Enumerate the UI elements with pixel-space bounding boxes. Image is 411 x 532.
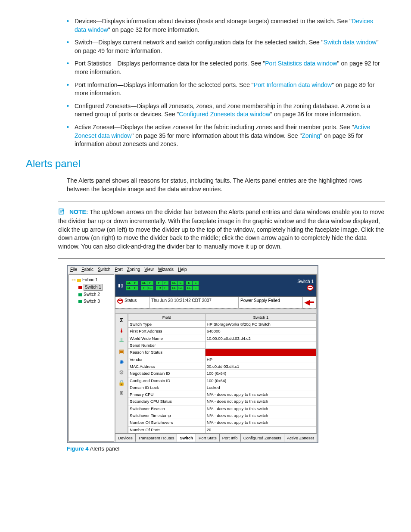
tab[interactable]: Port Stats: [196, 434, 220, 442]
tab[interactable]: Port Info: [219, 434, 241, 442]
chip-icon[interactable]: ▣: [119, 348, 124, 355]
cell-field: Switchover Timestamp: [128, 412, 206, 419]
tree-item[interactable]: Switch 3: [70, 298, 113, 305]
divider-line: [58, 258, 385, 259]
globe-icon[interactable]: ✺: [119, 358, 124, 366]
table-row: Switchover TimestampN/A - does not apply…: [128, 412, 317, 419]
note-text: The up/down arrows on the divider bar be…: [58, 208, 384, 250]
table-header-field[interactable]: Field: [128, 314, 206, 320]
cell-value: 10:00:00:c0:dd:03:d4:c2: [205, 335, 316, 342]
bullet-item: Port Statistics—Displays performance dat…: [67, 59, 385, 76]
tab-bar[interactable]: DevicesTransparent RoutesSwitchPort Stat…: [115, 433, 317, 442]
intro-bullet-list: Devices—Displays information about devic…: [26, 17, 385, 149]
menu-item[interactable]: Zoning: [127, 267, 140, 273]
menubar[interactable]: FileFabricSwitchPortZoningViewWizardsHel…: [68, 266, 318, 274]
cell-field: First Port Address: [128, 328, 206, 335]
cross-reference-link[interactable]: Devices data window: [75, 18, 373, 33]
cell-value: 100 (0x64): [205, 370, 316, 377]
cell-value: 640000: [205, 328, 316, 335]
tree-item[interactable]: Switch 2: [70, 291, 113, 298]
network-icon[interactable]: ╨: [119, 337, 123, 345]
menu-item[interactable]: Help: [178, 267, 187, 273]
cross-reference-link[interactable]: Active Zoneset data window: [75, 124, 371, 139]
data-table: Field Switch 1 Switch TypeHP StorageWork…: [128, 314, 317, 433]
menu-item[interactable]: Wizards: [158, 267, 174, 273]
figure-number: Figure 4: [67, 445, 89, 452]
cell-field: Switchover Reason: [128, 405, 206, 412]
tree-item[interactable]: Switch 1: [70, 283, 113, 291]
bullet-item: Port Information—Displays information fo…: [67, 81, 385, 98]
cross-reference-link[interactable]: Zoning: [302, 132, 321, 139]
switch-swatch: [78, 286, 82, 289]
cell-field: World Wide Name: [128, 335, 206, 342]
cross-reference-link[interactable]: Port Information data window: [254, 81, 332, 88]
cell-field: Switch Type: [128, 321, 206, 328]
cell-value: [205, 342, 316, 349]
cell-field: Number Of Switchovers: [128, 419, 206, 426]
table-row: Configured Domain ID100 (0x64): [128, 377, 317, 384]
cell-value: HP: [205, 356, 316, 363]
note-icon: [58, 208, 66, 218]
section-heading: Alerts panel: [26, 156, 385, 171]
bullet-item: Devices—Displays information about devic…: [67, 17, 385, 34]
tab[interactable]: Devices: [115, 434, 136, 442]
faceplate[interactable]: ▮▯ Switch 1: [115, 274, 317, 297]
tower-icon[interactable]: ♜: [119, 389, 124, 397]
cell-value: Locked: [205, 384, 316, 391]
tab[interactable]: Transparent Routes: [135, 434, 177, 442]
cell-field: Negotiated Domain ID: [128, 370, 206, 377]
cell-field: Configured Domain ID: [128, 377, 206, 384]
note-label: NOTE:: [69, 208, 88, 215]
switch-swatch: [78, 293, 82, 296]
fabric-swatch: [77, 279, 81, 282]
figure-caption: Figure 4 Alerts panel: [67, 445, 385, 453]
section-intro: The Alerts panel shows all reasons for s…: [67, 177, 385, 193]
cell-field: Secondary CPU Status: [128, 398, 206, 405]
cross-reference-link[interactable]: Switch data window: [324, 39, 377, 46]
cell-value: 100 (0x64): [205, 377, 316, 384]
bullet-item: Configured Zonesets—Displays all zoneset…: [67, 102, 385, 119]
table-header-value[interactable]: Switch 1: [205, 314, 316, 320]
cross-reference-link[interactable]: Port Statistics data window: [265, 60, 337, 67]
tab[interactable]: Switch: [177, 434, 196, 442]
table-row: Domain ID LockLocked: [128, 384, 317, 391]
status-icon: [117, 299, 123, 304]
menu-item[interactable]: Switch: [98, 267, 110, 273]
menu-item[interactable]: File: [70, 267, 77, 273]
cell-value: N/A - does not apply to this switch: [205, 412, 316, 419]
bullet-item: Active Zoneset—Displays the active zones…: [67, 123, 385, 149]
table-row: Negotiated Domain ID100 (0x64): [128, 370, 317, 377]
cell-field: MAC Address: [128, 363, 206, 370]
fabric-tree[interactable]: ⊶ Fabric 1 Switch 1Switch 2Switch 3: [68, 274, 114, 442]
menu-item[interactable]: Port: [115, 267, 122, 273]
cross-reference-link[interactable]: Configured Zonesets data window: [179, 111, 270, 118]
menu-item[interactable]: Fabric: [81, 267, 93, 273]
thermometer-icon[interactable]: 🌡: [119, 327, 125, 335]
menu-item[interactable]: View: [144, 267, 154, 273]
gear-icon[interactable]: ⚙: [119, 369, 124, 376]
callout-arrow-icon: ◀━: [303, 297, 316, 308]
cell-value: N/A - does not apply to this switch: [205, 419, 316, 426]
table-row: Reason for StatusPower Supply Failed: [128, 349, 317, 356]
cell-field: Serial Number: [128, 342, 206, 349]
table-row: Number Of Ports20: [128, 426, 317, 433]
tree-root[interactable]: ⊶ Fabric 1: [70, 277, 113, 283]
status-message: Power Supply Failed: [239, 297, 303, 308]
tab[interactable]: Configured Zonesets: [240, 434, 284, 442]
cell-field: Reason for Status: [128, 349, 206, 356]
divider-bar[interactable]: [115, 308, 317, 314]
tree-item-label: Switch 1: [84, 284, 103, 291]
cell-field: Vendor: [128, 356, 206, 363]
table-row: World Wide Name10:00:00:c0:dd:03:d4:c2: [128, 335, 317, 342]
status-time: Thu Jun 28 10:21:42 CDT 2007: [149, 297, 239, 308]
app-window: FileFabricSwitchPortZoningViewWizardsHel…: [67, 265, 318, 443]
cell-field: Primary CPU: [128, 391, 206, 398]
cell-value: 20: [205, 426, 316, 433]
table-row: First Port Address640000: [128, 328, 317, 335]
table-row: Switch TypeHP StorageWorks 8/20q FC Swit…: [128, 321, 317, 328]
icon-column[interactable]: Σ 🌡 ╨ ▣ ✺ ⚙ 🔒 ♜: [115, 314, 128, 433]
tab[interactable]: Active Zoneset: [284, 434, 317, 442]
status-oval-icon: [307, 285, 314, 291]
lock-icon[interactable]: 🔒: [118, 379, 125, 387]
sigma-icon[interactable]: Σ: [120, 317, 123, 324]
